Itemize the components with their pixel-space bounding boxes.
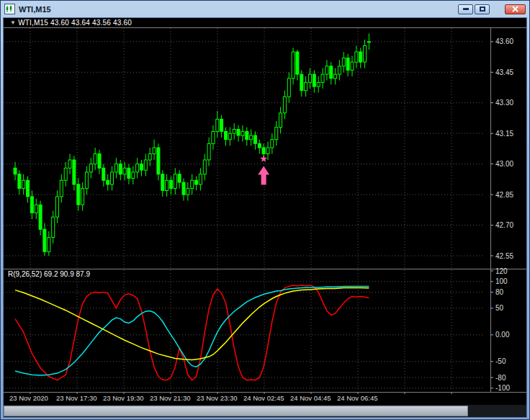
- svg-text:-100: -100: [495, 384, 510, 392]
- svg-text:120: 120: [495, 267, 508, 275]
- minimize-icon: [463, 8, 469, 10]
- chart-window: WTI,M15 43.6043.4543.3043.1543.0042.8542…: [0, 0, 530, 420]
- svg-text:42.85: 42.85: [495, 191, 513, 199]
- svg-text:23 Nov 2020: 23 Nov 2020: [9, 394, 48, 402]
- titlebar[interactable]: WTI,M15: [3, 1, 527, 17]
- svg-text:23 Nov 19:30: 23 Nov 19:30: [103, 394, 144, 402]
- chart-canvas[interactable]: 43.6043.4543.3043.1543.0042.8542.7042.55…: [4, 18, 526, 404]
- svg-text:43.60: 43.60: [495, 37, 513, 45]
- svg-text:50: 50: [495, 304, 504, 312]
- close-button[interactable]: [505, 4, 526, 14]
- svg-text:24 Nov 06:45: 24 Nov 06:45: [337, 394, 378, 402]
- window-title: WTI,M15: [19, 5, 51, 14]
- maximize-button[interactable]: [475, 4, 490, 14]
- svg-text:-50: -50: [495, 357, 506, 365]
- ohlc-text: WTI,M15 43.60 43.64 43.56 43.60: [18, 19, 132, 27]
- symbol-dropdown-icon[interactable]: ▼: [10, 19, 16, 26]
- horizontal-scrollbar[interactable]: [4, 405, 526, 417]
- chart-icon: [4, 4, 15, 14]
- indicator-label: R(9,26,52) 69.2 90.9 87.9: [8, 270, 90, 278]
- minimize-button[interactable]: [458, 4, 473, 14]
- star-icon: [260, 155, 267, 161]
- svg-text:43.30: 43.30: [495, 99, 513, 107]
- svg-text:80: 80: [495, 288, 504, 296]
- svg-text:43.00: 43.00: [495, 160, 513, 168]
- svg-text:24 Nov 02:45: 24 Nov 02:45: [243, 394, 284, 402]
- pane-borders: [4, 27, 526, 393]
- svg-text:100: 100: [495, 277, 508, 285]
- close-icon: [512, 6, 518, 12]
- svg-text:23 Nov 23:30: 23 Nov 23:30: [197, 394, 238, 402]
- chart-content: 43.6043.4543.3043.1543.0042.8542.7042.55…: [3, 17, 527, 418]
- indicator-line-cyan: [15, 286, 369, 375]
- buy-arrow-icon: [258, 166, 269, 185]
- time-axis[interactable]: 23 Nov 202023 Nov 17:3023 Nov 19:3023 No…: [9, 392, 452, 402]
- svg-text:43.45: 43.45: [495, 68, 513, 76]
- maximize-icon: [480, 6, 485, 12]
- price-axis[interactable]: 43.6043.4543.3043.1543.0042.8542.7042.55…: [490, 37, 513, 392]
- svg-text:23 Nov 21:30: 23 Nov 21:30: [150, 394, 191, 402]
- svg-text:0.00: 0.00: [495, 331, 510, 339]
- grid-lines: [4, 28, 485, 391]
- candles: [14, 34, 370, 256]
- svg-text:24 Nov 04:45: 24 Nov 04:45: [290, 394, 331, 402]
- svg-text:42.70: 42.70: [495, 221, 513, 229]
- ohlc-label: ▼ WTI,M15 43.60 43.64 43.56 43.60: [10, 19, 132, 27]
- window-controls: [457, 4, 526, 14]
- svg-text:43.15: 43.15: [495, 130, 513, 138]
- svg-text:42.55: 42.55: [495, 252, 513, 260]
- indicator-line-yellow: [15, 288, 369, 360]
- svg-text:-80: -80: [495, 374, 506, 382]
- scrollbar-thumb[interactable]: [4, 406, 468, 416]
- svg-text:23 Nov 17:30: 23 Nov 17:30: [56, 394, 97, 402]
